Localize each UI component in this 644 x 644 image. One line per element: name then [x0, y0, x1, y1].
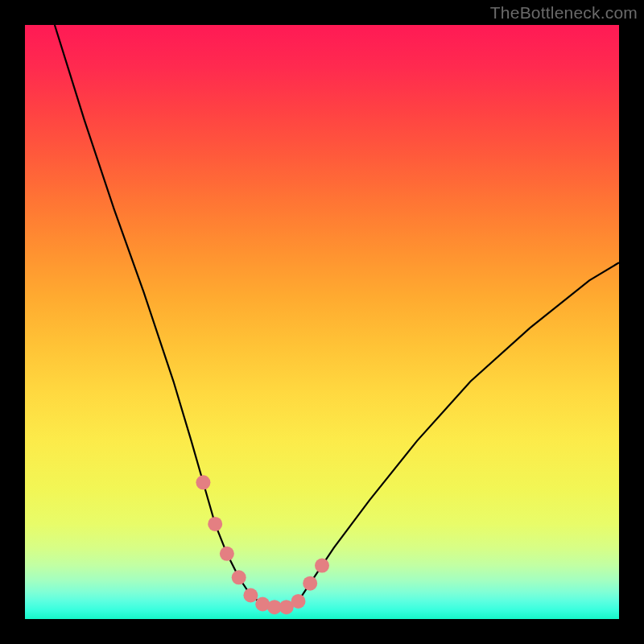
marker-group: [196, 475, 329, 614]
chart-container: TheBottleneck.com: [0, 0, 644, 644]
marker-point: [220, 547, 234, 561]
marker-point: [303, 576, 317, 591]
marker-point: [315, 559, 329, 573]
curve-svg: [25, 25, 619, 619]
watermark-text: TheBottleneck.com: [490, 3, 638, 23]
marker-point: [196, 475, 210, 489]
marker-point: [243, 588, 258, 603]
marker-point: [291, 594, 306, 609]
bottleneck-curve-path: [55, 25, 619, 607]
marker-point: [208, 517, 222, 531]
plot-area: [25, 25, 619, 619]
marker-point: [232, 570, 246, 584]
